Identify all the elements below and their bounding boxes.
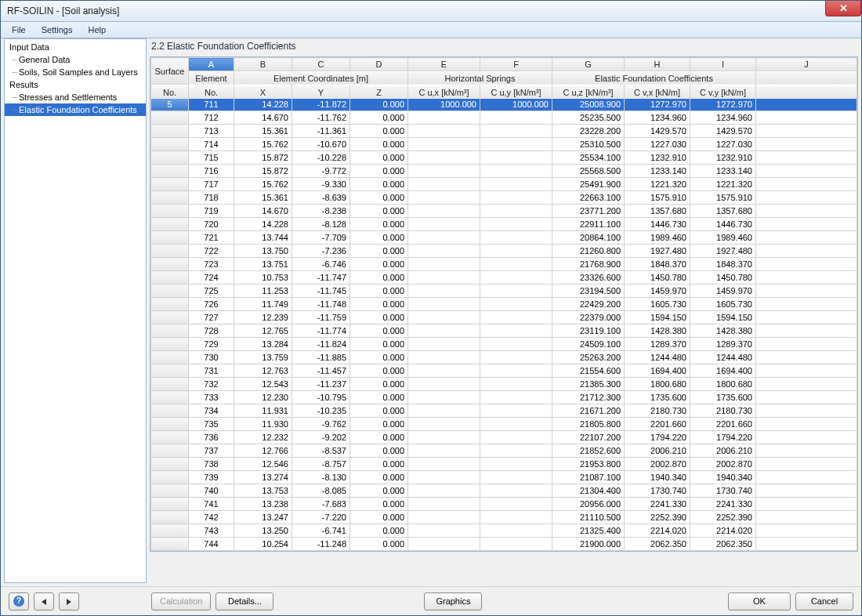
table-row[interactable]: 71715.762-9.3300.00025491.9001221.320122… [151, 178, 857, 191]
cell-y[interactable]: -11.747 [292, 271, 350, 284]
cell-blank[interactable] [756, 218, 857, 231]
cell-cuz[interactable]: 25491.900 [552, 178, 625, 191]
cell-cuz[interactable]: 21953.800 [552, 458, 625, 471]
cell-cuz[interactable]: 25310.500 [552, 138, 625, 151]
cell-y[interactable]: -11.248 [292, 538, 350, 551]
cell-z[interactable]: 0.000 [350, 431, 408, 444]
cell-cux[interactable] [408, 271, 480, 284]
row-header[interactable] [151, 111, 189, 125]
table-row[interactable]: 72313.751-6.7460.00021768.9001848.370184… [151, 258, 857, 271]
cell-element-no[interactable]: 740 [189, 484, 234, 498]
cell-element-no[interactable]: 712 [189, 111, 234, 125]
cell-cuz[interactable]: 21325.400 [552, 524, 625, 538]
cell-cvx[interactable]: 1233.140 [625, 165, 690, 178]
cell-cvy[interactable]: 1927.480 [690, 245, 756, 258]
cell-cuz[interactable]: 20956.000 [552, 498, 625, 511]
row-header[interactable] [151, 378, 189, 391]
cell-x[interactable]: 14.228 [234, 98, 292, 111]
cell-z[interactable]: 0.000 [350, 218, 408, 231]
cell-y[interactable]: -10.228 [292, 151, 350, 165]
cell-cvy[interactable]: 2002.870 [690, 458, 756, 471]
cell-blank[interactable] [756, 165, 857, 178]
col-f[interactable]: F [480, 58, 552, 71]
close-button[interactable]: ✕ [825, 1, 861, 16]
prev-button[interactable] [34, 592, 54, 611]
cell-cuy[interactable] [480, 245, 552, 258]
cell-cuy[interactable] [480, 284, 552, 298]
cell-y[interactable]: -7.236 [292, 245, 350, 258]
tree-general-data[interactable]: General Data [5, 53, 146, 66]
cell-blank[interactable] [756, 538, 857, 551]
cell-x[interactable]: 12.239 [234, 311, 292, 324]
cell-cvx[interactable]: 1221.320 [625, 178, 690, 191]
row-header[interactable] [151, 471, 189, 484]
cell-cvy[interactable]: 2214.020 [690, 524, 756, 538]
cell-z[interactable]: 0.000 [350, 98, 408, 111]
cell-cuy[interactable] [480, 418, 552, 431]
row-header[interactable] [151, 324, 189, 338]
cell-cvy[interactable]: 1232.910 [690, 151, 756, 165]
cell-blank[interactable] [756, 191, 857, 205]
cell-z[interactable]: 0.000 [350, 338, 408, 351]
cell-cux[interactable] [408, 125, 480, 138]
cell-cuz[interactable]: 25568.500 [552, 165, 625, 178]
cell-x[interactable]: 13.284 [234, 338, 292, 351]
cell-z[interactable]: 0.000 [350, 298, 408, 311]
cell-cuy[interactable] [480, 125, 552, 138]
cell-z[interactable]: 0.000 [350, 458, 408, 471]
cell-x[interactable]: 15.361 [234, 191, 292, 205]
cell-y[interactable]: -11.361 [292, 125, 350, 138]
hdr-cvy[interactable]: C v,y [kN/m] [690, 85, 756, 99]
cell-x[interactable]: 12.232 [234, 431, 292, 444]
cell-cux[interactable] [408, 444, 480, 458]
cell-element-no[interactable]: 722 [189, 245, 234, 258]
cell-cuy[interactable] [480, 471, 552, 484]
cell-element-no[interactable]: 715 [189, 151, 234, 165]
cell-cux[interactable] [408, 258, 480, 271]
row-header[interactable] [151, 404, 189, 418]
cell-cvy[interactable]: 1450.780 [690, 271, 756, 284]
cell-cuz[interactable]: 23771.200 [552, 205, 625, 218]
cell-element-no[interactable]: 721 [189, 231, 234, 245]
cell-cvx[interactable]: 1989.460 [625, 231, 690, 245]
cell-blank[interactable] [756, 458, 857, 471]
table-row[interactable]: 571114.228-11.8720.0001000.0001000.00025… [151, 98, 857, 111]
cell-cvx[interactable]: 1272.970 [625, 98, 690, 111]
cell-cux[interactable] [408, 418, 480, 431]
row-header[interactable] [151, 218, 189, 231]
cell-y[interactable]: -8.130 [292, 471, 350, 484]
cell-y[interactable]: -7.709 [292, 231, 350, 245]
cell-blank[interactable] [756, 271, 857, 284]
cell-x[interactable]: 13.744 [234, 231, 292, 245]
cell-cux[interactable] [408, 538, 480, 551]
cell-y[interactable]: -11.748 [292, 298, 350, 311]
cell-blank[interactable] [756, 178, 857, 191]
cell-element-no[interactable]: 725 [189, 284, 234, 298]
cell-element-no[interactable]: 737 [189, 444, 234, 458]
table-row[interactable]: 72113.744-7.7090.00020864.1001989.460198… [151, 231, 857, 245]
help-button[interactable]: ? [9, 592, 29, 611]
cell-cuy[interactable] [480, 404, 552, 418]
cell-cvx[interactable]: 1289.370 [625, 338, 690, 351]
cell-cuy[interactable] [480, 178, 552, 191]
hdr-cuz[interactable]: C u,z [kN/m³] [552, 85, 625, 99]
hdr-element-no[interactable]: No. [189, 85, 234, 99]
cell-z[interactable]: 0.000 [350, 498, 408, 511]
table-row[interactable]: 72014.228-8.1280.00022911.1001446.730144… [151, 218, 857, 231]
cell-z[interactable]: 0.000 [350, 245, 408, 258]
cell-element-no[interactable]: 744 [189, 538, 234, 551]
cell-blank[interactable] [756, 258, 857, 271]
tree-efc[interactable]: Elastic Foundation Coefficients [5, 103, 146, 116]
table-row[interactable]: 72213.750-7.2360.00021260.8001927.480192… [151, 245, 857, 258]
cell-blank[interactable] [756, 431, 857, 444]
cell-blank[interactable] [756, 111, 857, 125]
cell-cuz[interactable]: 21852.600 [552, 444, 625, 458]
row-header[interactable] [151, 338, 189, 351]
cell-cvy[interactable]: 1289.370 [690, 338, 756, 351]
cell-x[interactable]: 13.247 [234, 511, 292, 524]
cell-x[interactable]: 12.230 [234, 391, 292, 404]
cell-cux[interactable] [408, 205, 480, 218]
cell-cux[interactable] [408, 138, 480, 151]
cell-element-no[interactable]: 727 [189, 311, 234, 324]
cell-cux[interactable] [408, 165, 480, 178]
